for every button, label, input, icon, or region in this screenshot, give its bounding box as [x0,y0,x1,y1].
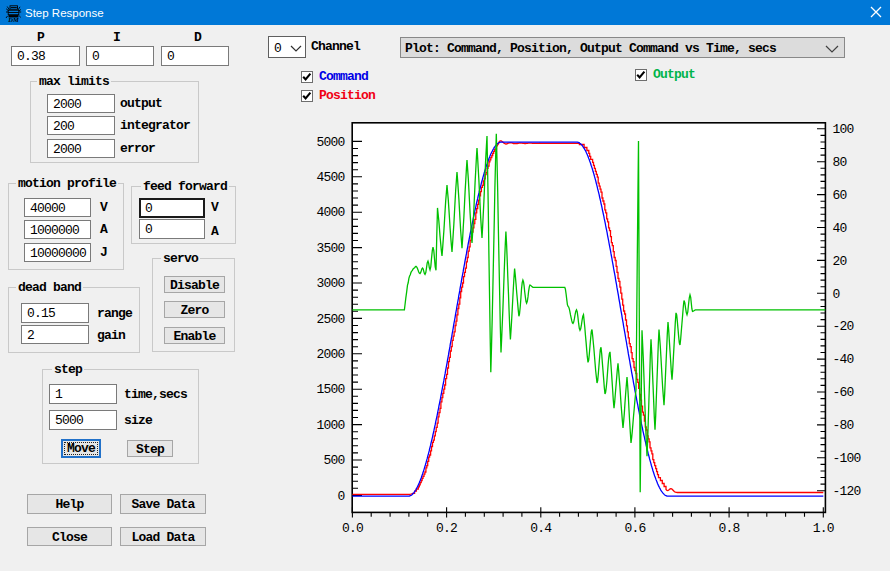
svg-text:500: 500 [323,453,344,468]
svg-text:0.2: 0.2 [436,521,457,536]
svg-text:2500: 2500 [316,312,344,327]
svg-text:0.6: 0.6 [624,521,645,536]
svg-text:-80: -80 [833,418,854,433]
svg-text:0.4: 0.4 [530,521,552,536]
svg-text:1.0: 1.0 [813,521,834,536]
svg-text:0: 0 [833,287,840,302]
svg-text:3500: 3500 [316,241,344,256]
svg-text:0: 0 [337,489,344,504]
svg-text:0.0: 0.0 [342,521,363,536]
svg-text:1500: 1500 [316,382,344,397]
svg-text:1000: 1000 [316,418,344,433]
svg-text:80: 80 [833,155,847,170]
svg-text:100: 100 [833,122,854,137]
svg-text:-20: -20 [833,319,854,334]
svg-text:60: 60 [833,188,847,203]
svg-text:4500: 4500 [316,170,344,185]
svg-text:40: 40 [833,221,847,236]
svg-text:4000: 4000 [316,205,344,220]
svg-text:2000: 2000 [316,347,344,362]
svg-text:-120: -120 [833,484,861,499]
svg-text:3000: 3000 [316,276,344,291]
svg-text:20: 20 [833,254,847,269]
svg-text:5000: 5000 [316,135,344,150]
svg-text:0.8: 0.8 [719,521,740,536]
svg-text:-60: -60 [833,385,854,400]
svg-text:-100: -100 [833,451,861,466]
svg-text:-40: -40 [833,352,854,367]
